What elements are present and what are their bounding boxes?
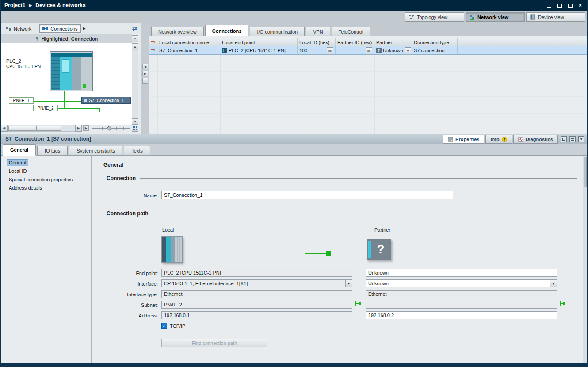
breadcrumb-arrow-icon: ▶ (29, 3, 32, 8)
tcpip-label: TCP/IP (170, 323, 185, 329)
tab-system-constants[interactable]: System constants (69, 146, 122, 155)
general-heading: General (103, 162, 577, 168)
scroll-up-icon[interactable]: ▲ (132, 43, 138, 50)
minimize-icon[interactable] (547, 4, 551, 8)
float-panel-icon[interactable] (561, 136, 567, 142)
cell-connection-name[interactable]: S7_Connection_1 (157, 46, 220, 54)
maximize-icon[interactable] (568, 4, 573, 8)
inspector-tabs: General IO tags System constants Texts (1, 144, 587, 156)
nav-address-details[interactable]: Address details (1, 184, 91, 193)
network-view-button[interactable]: Network view (466, 12, 525, 22)
subnet-partner-field[interactable] (366, 301, 557, 309)
info-button[interactable]: Info i (485, 135, 512, 144)
inspector-scroll-thumb[interactable] (584, 157, 587, 187)
partner-id-browse-icon[interactable]: ▦ (366, 47, 372, 54)
column-local-id[interactable]: Local ID (hex) (298, 38, 336, 46)
zoom-slider-handle[interactable] (107, 126, 111, 130)
inspector-header: S7_Connection_1 [S7 connection] Properti… (1, 134, 587, 144)
connections-mode-button[interactable]: Connections (39, 24, 80, 33)
pane-splitter[interactable]: ◀ ▶ ⋮ (141, 23, 149, 134)
horizontal-scroll-thumb[interactable] (8, 126, 61, 131)
device-view-button[interactable]: Device view (526, 12, 585, 22)
restore-icon[interactable] (557, 4, 562, 8)
tab-vpn[interactable]: VPN (306, 27, 330, 36)
properties-button[interactable]: Properties (443, 135, 484, 144)
inspector-nav: General Local ID Special connection prop… (1, 156, 92, 363)
column-partner-id[interactable]: Partner ID (hex) (336, 38, 374, 46)
partner-dropdown-icon[interactable]: ▼ (405, 47, 411, 54)
panel-layout-icon[interactable] (569, 136, 576, 142)
tab-io-tags[interactable]: IO tags (37, 146, 68, 155)
table-row[interactable]: S7_Connection_1 PLC_2 [CPU 1511C-1 PN] 1… (149, 46, 587, 55)
endpoint-local-field[interactable]: PLC_2 [CPU 1511C-1 PN] (161, 269, 352, 277)
local-id-browse-icon[interactable]: ▦ (327, 47, 333, 54)
zoom-slider[interactable] (92, 126, 130, 131)
subnet-local-field[interactable]: PN/IE_2 (161, 301, 352, 309)
local-column-label: Local (162, 227, 174, 233)
interface-partner-dropdown-icon[interactable]: ▼ (550, 280, 557, 287)
tab-io-communication[interactable]: I/O communication (250, 27, 305, 36)
cell-connection-type[interactable]: S7 connection (412, 46, 458, 54)
collapse-right-icon[interactable]: ▶ (142, 71, 148, 76)
scroll-left-icon[interactable]: ◀ (1, 125, 8, 132)
cell-local-id[interactable]: 100 ▦ (298, 46, 336, 54)
interface-local-dropdown-icon[interactable]: ▼ (345, 280, 352, 287)
nav-special-connection-properties[interactable]: Special connection properties (1, 176, 91, 184)
column-connection-type[interactable]: Connection type (412, 38, 458, 46)
scroll-down-icon[interactable]: ▼ (132, 118, 138, 125)
network-icon (469, 14, 475, 20)
connection-type-dropdown-icon[interactable]: ▶ (82, 27, 87, 31)
tab-texts[interactable]: Texts (124, 146, 150, 155)
tcpip-checkbox[interactable]: ✓ (161, 323, 167, 329)
splitter-grip-icon[interactable]: ⋮ (142, 78, 148, 84)
connection-path-line (305, 253, 327, 254)
column-partner[interactable]: Partner (374, 38, 412, 46)
vertical-scrollbar[interactable] (132, 50, 138, 118)
plc-device-graphic[interactable] (50, 51, 93, 91)
connections-table: Local connection name Local end point Lo… (149, 38, 587, 134)
nav-local-id[interactable]: Local ID (1, 168, 91, 176)
inspector-scrollbar[interactable] (583, 156, 587, 363)
find-connection-path-button[interactable]: Find connection path (161, 339, 267, 347)
cell-partner-id[interactable]: ▦ (336, 46, 374, 54)
column-local-end-point[interactable]: Local end point (220, 38, 298, 46)
topology-view-button[interactable]: Topology view (405, 12, 464, 22)
horizontal-scrollbar[interactable] (8, 125, 75, 132)
subnet1-label[interactable]: PN/IE_1 (9, 97, 34, 104)
address-label: Address: (92, 312, 158, 320)
nav-general[interactable]: General (1, 159, 91, 168)
scroll-right-icon[interactable]: ▶ (75, 125, 82, 132)
breadcrumb-project[interactable]: Project1 (4, 2, 25, 8)
overview-toggle-icon[interactable]: ≡ (132, 35, 138, 42)
network-canvas[interactable]: PLC_2 CPU 1511C-1 PN PN/IE_1 (1, 43, 132, 125)
collapse-panel-icon[interactable]: ▾ (578, 136, 584, 142)
tab-telecontrol[interactable]: TeleControl (332, 27, 370, 36)
close-icon[interactable]: × (579, 3, 582, 8)
header-connection-icon-cell[interactable] (149, 38, 157, 46)
endpoint-partner-field[interactable]: Unknown (366, 269, 557, 277)
connection-name-input[interactable] (161, 191, 453, 199)
interface-partner-combo[interactable]: Unknown ▼ (366, 279, 557, 287)
diagnostics-button[interactable]: Diagnostics (513, 135, 558, 144)
subnet2-label[interactable]: PN/IE_2 (33, 105, 58, 111)
connection-tag[interactable]: S7_Connection_1 (81, 97, 131, 104)
relations-icon[interactable]: ⇄ (130, 25, 140, 32)
cell-partner[interactable]: ? Unknown ▼ (374, 46, 412, 54)
breadcrumb-section[interactable]: Devices & networks (35, 2, 85, 8)
network-mode-button[interactable]: Network (3, 24, 34, 33)
tab-network-overview[interactable]: Network overview (151, 27, 204, 36)
connections-icon (151, 40, 155, 45)
interface-local-combo[interactable]: CP 1543-1_1, Ethernet interface_1[X1] ▼ (161, 279, 352, 287)
column-local-connection-name[interactable]: Local connection name (157, 38, 220, 46)
tab-general[interactable]: General (3, 144, 36, 156)
address-local-field[interactable]: 192.168.0.1 (161, 311, 352, 319)
tab-connections[interactable]: Connections (205, 25, 249, 36)
device-name-label: PLC_2 (6, 58, 21, 64)
collapse-left-icon[interactable]: ◀ (142, 64, 148, 69)
fit-view-icon[interactable] (132, 125, 138, 132)
connection-path-heading: Connection path (107, 210, 577, 217)
unknown-partner-icon: ? (377, 242, 384, 256)
address-partner-field[interactable]: 192.168.0.2 (366, 311, 557, 319)
expand-pane-icon[interactable]: ▶ (83, 125, 89, 131)
cell-local-end-point[interactable]: PLC_2 [CPU 1511C-1 PN] (220, 46, 298, 54)
